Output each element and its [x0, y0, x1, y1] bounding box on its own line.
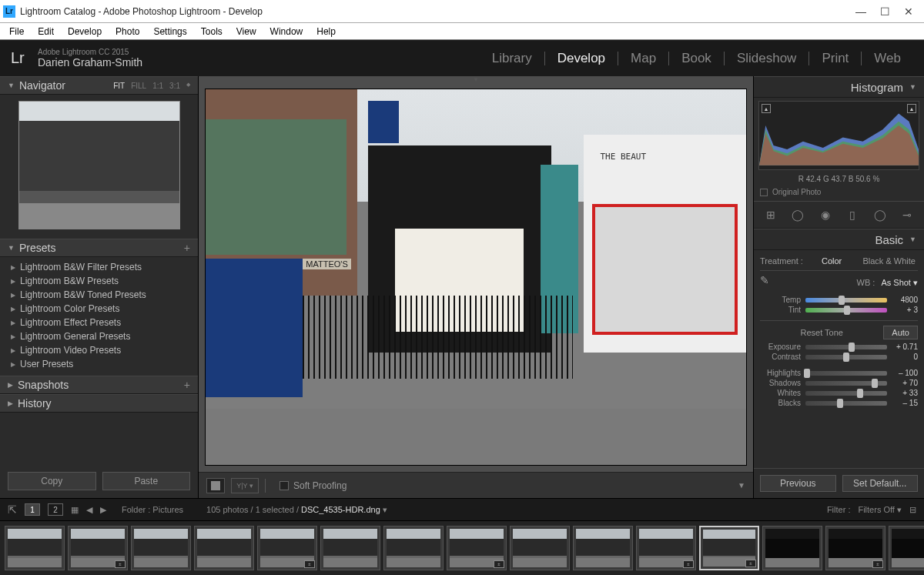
menu-develop[interactable]: Develop: [62, 25, 108, 38]
menu-help[interactable]: Help: [310, 25, 342, 38]
original-photo-checkbox[interactable]: [760, 189, 768, 196]
module-tab-develop[interactable]: Develop: [545, 51, 618, 66]
filter-dropdown[interactable]: Filters Off ▾: [858, 505, 902, 515]
histogram-header[interactable]: Histogram ▼: [754, 76, 924, 98]
go-back-icon[interactable]: ◀: [86, 505, 92, 515]
zoom-fit[interactable]: FIT: [113, 82, 125, 90]
tint-slider[interactable]: [805, 308, 887, 313]
preset-folder[interactable]: ▶Lightroom Effect Presets: [6, 316, 198, 329]
preset-folder[interactable]: ▶Lightroom Color Presets: [6, 302, 198, 316]
filmstrip-thumbnail[interactable]: [510, 526, 570, 570]
snapshots-header[interactable]: ▶ Snapshots +: [0, 376, 198, 394]
menu-file[interactable]: File: [3, 25, 30, 38]
before-after-button[interactable]: Y|Y ▾: [231, 478, 259, 493]
shadow-clipping-icon[interactable]: ▲: [762, 104, 771, 113]
add-preset-icon[interactable]: +: [184, 242, 190, 254]
minimize-button[interactable]: —: [855, 5, 866, 18]
treatment-bw[interactable]: Black & White: [860, 256, 918, 266]
filmstrip-thumbnail[interactable]: [383, 526, 444, 570]
highlight-clipping-icon[interactable]: ▲: [907, 104, 916, 113]
filter-lock-icon[interactable]: ⊟: [909, 505, 916, 515]
filmstrip-thumbnail[interactable]: [320, 526, 380, 570]
grid-view-icon[interactable]: ▦: [71, 505, 79, 515]
module-tab-book[interactable]: Book: [669, 51, 724, 66]
menu-settings[interactable]: Settings: [147, 25, 192, 38]
filmstrip-thumbnail[interactable]: ±: [68, 526, 128, 570]
redeye-tool-icon[interactable]: ◉: [817, 206, 834, 223]
preset-folder[interactable]: ▶Lightroom B&W Filter Presets: [6, 260, 198, 274]
crop-tool-icon[interactable]: ⊞: [762, 206, 779, 223]
close-button[interactable]: ✕: [904, 5, 913, 18]
set-default-button[interactable]: Set Default...: [842, 475, 919, 492]
copy-button[interactable]: Copy: [8, 472, 96, 490]
filmstrip-thumbnail[interactable]: ±: [636, 526, 696, 570]
zoom-3-1[interactable]: 3:1: [169, 82, 180, 90]
main-window-button[interactable]: 1: [25, 503, 40, 516]
zoom-1-1[interactable]: 1:1: [152, 82, 163, 90]
whites-slider[interactable]: [805, 391, 887, 396]
image-canvas[interactable]: THE BEAUT MATTEO'S: [205, 89, 747, 466]
top-panel-toggle-icon[interactable]: ▼: [199, 76, 753, 82]
paste-button[interactable]: Paste: [102, 472, 191, 490]
adjustment-brush-tool-icon[interactable]: ⊸: [899, 206, 916, 223]
filmstrip-thumbnail[interactable]: [889, 526, 924, 570]
highlights-slider[interactable]: [805, 371, 887, 376]
preset-folder[interactable]: ▶Lightroom B&W Toned Presets: [6, 288, 198, 302]
maximize-button[interactable]: ☐: [880, 5, 890, 18]
filmstrip-thumbnail[interactable]: [762, 526, 822, 570]
preset-folder[interactable]: ▶User Presets: [6, 357, 198, 371]
menu-edit[interactable]: Edit: [32, 25, 60, 38]
zoom-menu-icon[interactable]: ◆: [186, 82, 190, 90]
temp-slider[interactable]: [805, 298, 887, 303]
blacks-slider[interactable]: [805, 401, 887, 406]
preset-folder[interactable]: ▶Lightroom General Presets: [6, 329, 198, 343]
histogram[interactable]: ▲ ▲: [758, 101, 919, 170]
filmstrip-thumbnail[interactable]: [194, 526, 254, 570]
filmstrip-thumbnail[interactable]: [573, 526, 633, 570]
presets-header[interactable]: ▼ Presets +: [0, 239, 198, 257]
contrast-slider[interactable]: [805, 355, 887, 359]
previous-button[interactable]: Previous: [760, 475, 836, 492]
module-tab-print[interactable]: Print: [809, 51, 861, 66]
filmstrip-thumbnail[interactable]: ±: [257, 526, 317, 570]
navigator-header[interactable]: ▼ Navigator FIT FILL 1:1 3:1 ◆: [0, 76, 198, 95]
auto-tone-button[interactable]: Auto: [883, 326, 918, 339]
second-window-icon[interactable]: ⇱: [8, 503, 17, 516]
navigator-preview[interactable]: [18, 101, 180, 229]
treatment-color[interactable]: Color: [803, 256, 861, 266]
exposure-slider[interactable]: [805, 345, 887, 349]
basic-panel-header[interactable]: Basic ▼: [754, 229, 924, 250]
module-tab-library[interactable]: Library: [480, 51, 544, 66]
filmstrip-thumbnail[interactable]: [5, 526, 65, 570]
menu-view[interactable]: View: [230, 25, 263, 38]
filmstrip-thumbnail[interactable]: ±: [447, 526, 507, 570]
filmstrip[interactable]: ±±±±±±: [0, 520, 924, 575]
white-balance-dropper-icon[interactable]: ✎: [760, 274, 777, 291]
filmstrip-thumbnail[interactable]: ±: [699, 526, 759, 570]
shadows-slider[interactable]: [805, 381, 887, 386]
module-tab-map[interactable]: Map: [618, 51, 668, 66]
spot-removal-tool-icon[interactable]: ◯: [789, 206, 806, 223]
toolbar-menu-icon[interactable]: ▼: [738, 481, 745, 490]
preset-folder[interactable]: ▶Lightroom Video Presets: [6, 343, 198, 357]
zoom-fill[interactable]: FILL: [131, 82, 146, 90]
menu-tools[interactable]: Tools: [195, 25, 229, 38]
soft-proofing-checkbox[interactable]: [280, 481, 289, 490]
loupe-view-button[interactable]: [206, 478, 225, 493]
menu-photo[interactable]: Photo: [109, 25, 146, 38]
wb-preset-dropdown[interactable]: As Shot ▾: [881, 278, 918, 288]
filmstrip-thumbnail[interactable]: [131, 526, 191, 570]
module-tab-web[interactable]: Web: [862, 51, 913, 66]
menu-window[interactable]: Window: [264, 25, 310, 38]
filmstrip-thumbnail[interactable]: ±: [825, 526, 886, 570]
folder-path[interactable]: Folder : Pictures: [122, 505, 183, 514]
reset-tone-button[interactable]: Reset Tone: [760, 328, 883, 337]
radial-filter-tool-icon[interactable]: ◯: [872, 206, 889, 223]
go-forward-icon[interactable]: ▶: [100, 505, 106, 515]
second-window-button[interactable]: 2: [48, 503, 63, 516]
graduated-filter-tool-icon[interactable]: ▯: [844, 206, 861, 223]
module-tab-slideshow[interactable]: Slideshow: [725, 51, 809, 66]
history-header[interactable]: ▶ History: [0, 394, 198, 413]
preset-folder[interactable]: ▶Lightroom B&W Presets: [6, 274, 198, 288]
add-snapshot-icon[interactable]: +: [184, 379, 190, 391]
